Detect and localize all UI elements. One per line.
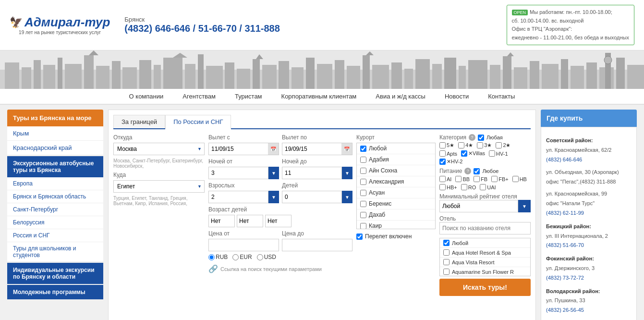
min-rating-arrow[interactable]: ▼ xyxy=(518,200,531,212)
hotel-item-aquamarine-sunflower[interactable]: Aquamarine Sun Flower R xyxy=(440,267,530,276)
star2-checkbox[interactable] xyxy=(496,142,502,148)
min-rating-select[interactable]: Любой xyxy=(439,200,518,212)
star2-label[interactable]: 2★ xyxy=(496,142,510,148)
fb-checkbox[interactable] xyxy=(474,176,480,182)
district-bezhitsky-phone[interactable]: (4832) 51-66-70 xyxy=(546,241,632,250)
nights-to-arrow[interactable]: ▼ xyxy=(342,167,352,179)
hotel-checkbox-aqua-vista[interactable] xyxy=(443,259,450,265)
tab-abroad[interactable]: За границей xyxy=(113,115,165,128)
nav-corporate[interactable]: Корпоративным клиентам xyxy=(281,93,357,100)
hotel-item-any[interactable]: Любой xyxy=(440,238,530,248)
hotel-item-aqua-hotel[interactable]: Aqua Hotel Resort & Spa xyxy=(440,248,530,258)
hv1-checkbox[interactable] xyxy=(489,150,495,157)
hb-checkbox[interactable] xyxy=(512,176,519,182)
bb-checkbox[interactable] xyxy=(455,176,462,182)
tab-russia[interactable]: По России и СНГ xyxy=(165,115,231,129)
star5-checkbox[interactable] xyxy=(439,142,446,148)
resort-checkbox-any[interactable] xyxy=(360,146,366,152)
currency-rub-label[interactable]: RUB xyxy=(208,254,228,260)
resort-item-any[interactable]: Любой xyxy=(357,143,435,154)
search-link-text[interactable]: Ссылка на поиск текущими параметрами xyxy=(220,266,322,272)
fbplus-checkbox[interactable] xyxy=(491,176,498,182)
category-any-checkbox[interactable] xyxy=(478,135,484,141)
child-age-2[interactable] xyxy=(237,215,263,227)
apts-label[interactable]: Apts xyxy=(439,150,457,157)
adults-select[interactable]: 2 xyxy=(208,191,268,203)
depart-to-calendar-btn[interactable]: 📅 xyxy=(341,143,352,155)
nav-tourists[interactable]: Туристам xyxy=(235,93,262,100)
villas-checkbox[interactable] xyxy=(461,150,467,157)
nav-news[interactable]: Новости xyxy=(445,93,469,100)
nav-contacts[interactable]: Контакты xyxy=(488,93,515,100)
resort-list[interactable]: Любой Адабия Айн Сохна Александрия xyxy=(356,143,436,229)
currency-eur-label[interactable]: EUR xyxy=(232,254,252,260)
resort-checkbox-adabiya[interactable] xyxy=(360,157,366,163)
fb-label[interactable]: FB xyxy=(474,176,487,182)
star4-checkbox[interactable] xyxy=(458,142,464,148)
currency-usd-radio[interactable] xyxy=(257,254,263,260)
hotel-checkbox-aquamarine-sunflower[interactable] xyxy=(443,269,450,275)
nav-agencies[interactable]: Агентствам xyxy=(182,93,216,100)
hbplus-label[interactable]: HB+ xyxy=(439,184,457,190)
children-arrow[interactable]: ▼ xyxy=(342,191,352,203)
nights-to-select[interactable]: 11 xyxy=(282,167,342,179)
nav-avia[interactable]: Авиа и ж/д кассы xyxy=(376,93,425,100)
resort-item-berenis[interactable]: Беренис xyxy=(357,198,435,209)
hv2-checkbox[interactable] xyxy=(439,159,446,165)
resort-checkbox-aswan[interactable] xyxy=(360,190,366,196)
resort-item-aswan[interactable]: Асуан xyxy=(357,187,435,198)
adults-arrow[interactable]: ▼ xyxy=(268,191,279,203)
price-from-input[interactable] xyxy=(208,239,279,251)
hbplus-checkbox[interactable] xyxy=(439,184,446,190)
district-fokinsky-phone[interactable]: (4832) 73-72-72 xyxy=(546,273,632,283)
children-select[interactable]: 0 xyxy=(282,191,342,203)
depart-from-calendar-btn[interactable]: 📅 xyxy=(268,143,279,155)
sidebar-section-youth[interactable]: Молодежные программы xyxy=(7,285,103,299)
resort-checkbox-alexandria[interactable] xyxy=(360,179,366,185)
ai-label[interactable]: AI xyxy=(439,176,451,182)
sidebar-item-students[interactable]: Туры для школьников и студентов xyxy=(7,242,103,262)
ro-label[interactable]: RO xyxy=(461,184,476,190)
nights-from-arrow[interactable]: ▼ xyxy=(268,167,279,179)
from-select[interactable]: Москва xyxy=(113,143,205,155)
resort-item-adabiya[interactable]: Адабия xyxy=(357,154,435,165)
sidebar-item-krasnodar[interactable]: Краснодарский край xyxy=(7,141,103,155)
sidebar-item-crimea[interactable]: Крым xyxy=(7,126,103,141)
star3-checkbox[interactable] xyxy=(477,142,483,148)
ro-checkbox[interactable] xyxy=(461,184,467,190)
flight-included-checkbox[interactable] xyxy=(356,234,363,240)
child-age-3[interactable] xyxy=(265,215,292,227)
sidebar-item-belarus[interactable]: Белоруссия xyxy=(7,216,103,229)
sidebar-item-spb[interactable]: Санкт-Петербург xyxy=(7,203,103,216)
hv2-label[interactable]: ✕HV-2 xyxy=(439,159,462,165)
star4-label[interactable]: 4★ xyxy=(458,142,473,148)
resort-item-dahab[interactable]: Дахаб xyxy=(357,209,435,221)
ai-checkbox[interactable] xyxy=(439,176,446,182)
sidebar-section-individual[interactable]: Индивидуальные экскурсии по Брянску и об… xyxy=(7,263,103,284)
hv1-label[interactable]: HV-1 xyxy=(489,150,508,157)
currency-eur-radio[interactable] xyxy=(232,254,239,260)
hotel-checkbox-aqua-hotel[interactable] xyxy=(443,249,450,256)
uai-checkbox[interactable] xyxy=(480,184,486,190)
resort-checkbox-berenis[interactable] xyxy=(360,201,366,207)
to-select[interactable]: Египет xyxy=(113,180,205,193)
district-soviet-phone[interactable]: (4832) 646-646 xyxy=(546,155,632,165)
sidebar-section-excursion[interactable]: Экскурсионные автобусные туры из Брянска xyxy=(7,156,103,177)
resort-checkbox-dahab[interactable] xyxy=(360,212,366,218)
meal-any-checkbox[interactable] xyxy=(474,168,480,174)
hotel-item-aqua-vista[interactable]: Aqua Vista Resort xyxy=(440,258,530,267)
fbplus-label[interactable]: FB+ xyxy=(491,176,508,182)
bb-label[interactable]: BB xyxy=(455,176,470,182)
sidebar-item-russia-cis[interactable]: Россия и СНГ xyxy=(7,229,103,242)
search-button[interactable]: Искать туры! xyxy=(439,279,531,296)
sidebar-main-header[interactable]: Туры из Брянска на море xyxy=(7,110,103,126)
currency-rub-radio[interactable] xyxy=(208,254,215,260)
hotel-checkbox-any[interactable] xyxy=(443,240,450,246)
apts-checkbox[interactable] xyxy=(439,150,446,157)
hb-label[interactable]: HB xyxy=(512,176,527,182)
star3-label[interactable]: 3★ xyxy=(477,142,492,148)
price-to-input[interactable] xyxy=(282,239,352,251)
villas-label[interactable]: ✕Villas xyxy=(461,150,485,157)
sidebar-item-bryansk[interactable]: Брянск и Брянская область xyxy=(7,190,103,203)
child-age-1[interactable] xyxy=(208,215,235,227)
